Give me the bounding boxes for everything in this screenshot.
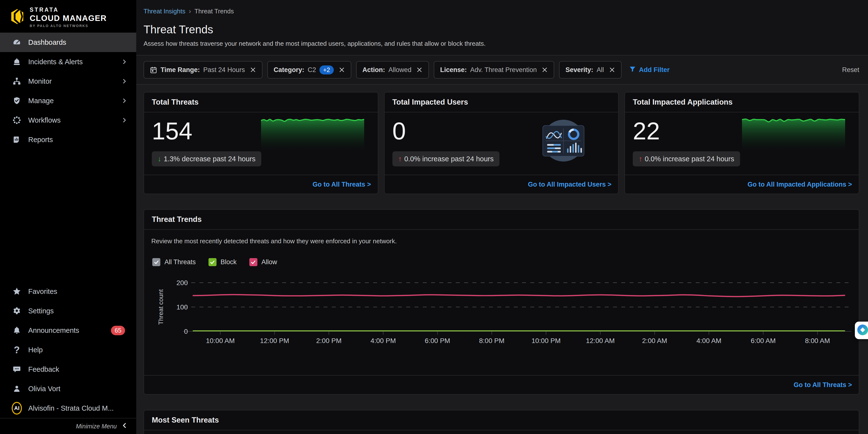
breadcrumb: Threat Insights › Threat Trends bbox=[144, 7, 859, 15]
checkbox-icon bbox=[152, 258, 160, 266]
person-icon bbox=[12, 384, 22, 393]
arrow-up-icon: ↑ bbox=[639, 155, 642, 163]
sidebar-item-dashboards[interactable]: Dashboards bbox=[0, 33, 136, 52]
arrow-up-icon: ↑ bbox=[398, 155, 402, 163]
stat-card-title: Total Impacted Users bbox=[393, 98, 468, 106]
go-to-all-impacted-applications-link[interactable]: Go to All Impacted Applications > bbox=[748, 181, 852, 188]
chart-legend: All ThreatsBlockAllow bbox=[152, 258, 851, 266]
alarm-icon bbox=[12, 57, 22, 66]
dotted-circle-icon bbox=[12, 116, 22, 125]
svg-text:6:00 AM: 6:00 AM bbox=[751, 337, 776, 344]
stat-card-total-impacted-users: Total Impacted Users0 ↑0.0% increase pas… bbox=[384, 92, 619, 194]
chevron-right-icon bbox=[121, 59, 127, 65]
minimize-menu-button[interactable]: Minimize Menu bbox=[0, 418, 136, 434]
breadcrumb-link-threat-insights[interactable]: Threat Insights bbox=[144, 7, 185, 15]
sidebar-item-help[interactable]: ?Help bbox=[0, 340, 136, 360]
sidebar-item-label: Olivia Vort bbox=[28, 385, 127, 393]
legend-label: Allow bbox=[261, 258, 277, 266]
close-icon[interactable] bbox=[250, 67, 256, 73]
close-icon[interactable] bbox=[339, 67, 345, 73]
chevron-right-icon bbox=[121, 98, 127, 104]
breadcrumb-current: Threat Trends bbox=[194, 7, 234, 15]
sidebar-item-settings[interactable]: Settings bbox=[0, 301, 136, 321]
checkbox-icon bbox=[209, 258, 217, 266]
brand-line3: BY PALO ALTO NETWORKS bbox=[30, 24, 106, 28]
breadcrumb-chevron-icon: › bbox=[189, 7, 191, 15]
sidebar-item-feedback[interactable]: Feedback bbox=[0, 360, 136, 379]
svg-text:12:00 AM: 12:00 AM bbox=[586, 337, 615, 344]
filter-chip-category[interactable]: Category:C2+2 bbox=[267, 61, 351, 79]
stat-sparkline bbox=[261, 115, 364, 152]
calendar-icon bbox=[150, 66, 157, 73]
sidebar-item-reports[interactable]: Reports bbox=[0, 130, 136, 149]
svg-text:2:00 AM: 2:00 AM bbox=[642, 337, 667, 344]
sidebar-item-manage[interactable]: Manage bbox=[0, 91, 136, 111]
close-icon[interactable] bbox=[609, 67, 615, 73]
sidebar-bottom-nav: FavoritesSettingsAnnouncements65?HelpFee… bbox=[0, 282, 136, 418]
threat-trends-description: Review the most recently detected threat… bbox=[151, 238, 851, 245]
svg-text:0: 0 bbox=[184, 328, 188, 335]
svg-text:6:00 PM: 6:00 PM bbox=[425, 337, 450, 344]
sidebar-item-monitor[interactable]: Monitor bbox=[0, 71, 136, 91]
filter-chip-value: C2 bbox=[308, 66, 316, 74]
reset-filters-button[interactable]: Reset bbox=[842, 66, 859, 74]
brand-line1: STRATA bbox=[30, 6, 106, 13]
filter-chip-time-range[interactable]: Time Range:Past 24 Hours bbox=[144, 61, 262, 79]
chat-icon bbox=[12, 365, 22, 374]
chevron-right-icon bbox=[121, 117, 127, 123]
assistant-fab[interactable] bbox=[855, 321, 868, 339]
stat-card-title: Total Impacted Applications bbox=[633, 98, 733, 106]
legend-checkbox-block[interactable]: Block bbox=[209, 258, 237, 266]
filter-chip-action[interactable]: Action:Allowed bbox=[356, 61, 429, 79]
filter-chip-extra-count: +2 bbox=[319, 65, 334, 74]
sidebar-item-announcements[interactable]: Announcements65 bbox=[0, 321, 136, 340]
legend-checkbox-allow[interactable]: Allow bbox=[249, 258, 277, 266]
stat-card-total-threats: Total Threats154 ↓1.3% decrease past 24 … bbox=[144, 92, 378, 194]
svg-text:8:00 AM: 8:00 AM bbox=[805, 337, 830, 344]
stat-delta-text: 0.0% increase past 24 hours bbox=[404, 155, 494, 163]
sidebar-item-label: Manage bbox=[28, 97, 121, 105]
sidebar-item-workflows[interactable]: Workflows bbox=[0, 111, 136, 130]
chevron-left-icon bbox=[121, 422, 128, 430]
threat-trends-chart: 0100200Threat count10:00 AM12:00 PM2:00 … bbox=[151, 268, 851, 350]
filter-chip-label: Time Range: bbox=[161, 66, 200, 74]
sidebar-item-incidents-alerts[interactable]: Incidents & Alerts bbox=[0, 52, 136, 71]
svg-text:2:00 PM: 2:00 PM bbox=[316, 337, 342, 344]
brand-line2: CLOUD MANAGER bbox=[30, 13, 106, 23]
go-to-all-threats-link[interactable]: Go to All Threats > bbox=[794, 381, 852, 389]
sidebar-item-favorites[interactable]: Favorites bbox=[0, 282, 136, 301]
filter-chip-value: Adv. Threat Prevention bbox=[470, 66, 537, 74]
go-to-all-impacted-users-link[interactable]: Go to All Impacted Users > bbox=[528, 181, 611, 188]
most-seen-threats-card: Most Seen Threats bbox=[144, 410, 859, 434]
close-icon[interactable] bbox=[416, 67, 423, 73]
content: Total Threats154 ↓1.3% decrease past 24 … bbox=[136, 85, 868, 434]
assistant-logo-icon bbox=[857, 324, 868, 337]
sidebar-item-alvisofin-strata-cloud-m[interactable]: AIAlvisofin - Strata Cloud M... bbox=[0, 399, 136, 418]
sidebar-item-label: Announcements bbox=[28, 327, 111, 335]
svg-text:200: 200 bbox=[176, 279, 188, 286]
svg-text:100: 100 bbox=[176, 303, 188, 311]
filter-chip-label: License: bbox=[440, 66, 467, 74]
page-header: Threat Insights › Threat Trends Threat T… bbox=[136, 0, 868, 56]
stat-delta-pill: ↓1.3% decrease past 24 hours bbox=[152, 151, 261, 166]
sidebar-item-olivia-vort[interactable]: Olivia Vort bbox=[0, 379, 136, 399]
stats-row: Total Threats154 ↓1.3% decrease past 24 … bbox=[144, 92, 859, 194]
filter-chip-label: Category: bbox=[274, 66, 304, 74]
filter-chip-license[interactable]: License:Adv. Threat Prevention bbox=[434, 61, 554, 79]
stat-delta-pill: ↑0.0% increase past 24 hours bbox=[393, 151, 500, 166]
threat-trends-card: Threat Trends Review the most recently d… bbox=[144, 209, 859, 395]
svg-text:10:00 PM: 10:00 PM bbox=[532, 337, 561, 344]
svg-text:4:00 PM: 4:00 PM bbox=[371, 337, 396, 344]
filter-chip-severity[interactable]: Severity:All bbox=[559, 61, 621, 79]
legend-checkbox-all-threats[interactable]: All Threats bbox=[152, 258, 196, 266]
svg-text:8:00 PM: 8:00 PM bbox=[479, 337, 504, 344]
filter-chip-value: Past 24 Hours bbox=[204, 66, 245, 74]
add-filter-button[interactable]: Add Filter bbox=[629, 65, 670, 74]
filter-chip-value: All bbox=[597, 66, 604, 74]
filter-chip-label: Severity: bbox=[565, 66, 593, 74]
close-icon[interactable] bbox=[541, 67, 548, 73]
sidebar: STRATA CLOUD MANAGER BY PALO ALTO NETWOR… bbox=[0, 0, 136, 434]
sidebar-item-label: Favorites bbox=[28, 287, 127, 296]
go-to-all-threats-link[interactable]: Go to All Threats > bbox=[313, 181, 371, 188]
sidebar-item-label: Monitor bbox=[28, 78, 121, 85]
